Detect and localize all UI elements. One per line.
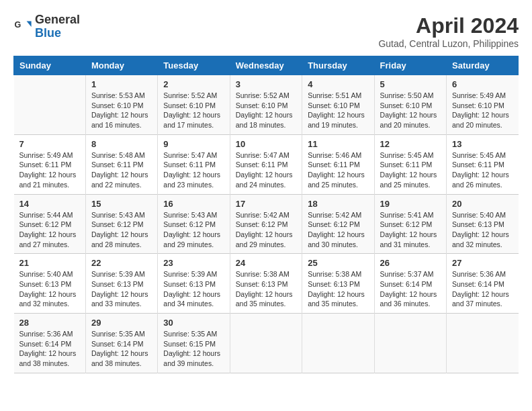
calendar-cell: 19Sunrise: 5:41 AM Sunset: 6:12 PM Dayli… [374,194,446,254]
day-info: Sunrise: 5:42 AM Sunset: 6:12 PM Dayligh… [308,210,368,250]
day-info: Sunrise: 5:47 AM Sunset: 6:11 PM Dayligh… [236,150,296,190]
calendar-cell: 20Sunrise: 5:40 AM Sunset: 6:13 PM Dayli… [447,194,519,254]
logo-text: General Blue [35,13,80,40]
calendar-cell: 25Sunrise: 5:38 AM Sunset: 6:13 PM Dayli… [302,254,374,314]
calendar-table: Sunday Monday Tuesday Wednesday Thursday… [13,56,519,373]
calendar-cell: 23Sunrise: 5:39 AM Sunset: 6:13 PM Dayli… [158,254,230,314]
day-number: 15 [91,199,152,209]
day-number: 5 [380,79,441,89]
day-number: 9 [163,139,224,149]
calendar-cell [14,75,86,135]
day-number: 30 [163,318,224,328]
day-number: 12 [380,139,441,149]
page-header: G General Blue April 2024 Gutad, Central… [13,13,519,49]
header-tuesday: Tuesday [158,56,230,75]
day-info: Sunrise: 5:53 AM Sunset: 6:10 PM Dayligh… [91,91,152,130]
day-info: Sunrise: 5:35 AM Sunset: 6:14 PM Dayligh… [91,329,152,369]
calendar-cell: 21Sunrise: 5:40 AM Sunset: 6:13 PM Dayli… [14,254,86,314]
day-number: 26 [380,258,441,268]
svg-marker-1 [27,21,32,26]
day-info: Sunrise: 5:52 AM Sunset: 6:10 PM Dayligh… [163,91,224,130]
day-number: 27 [452,258,513,268]
calendar-cell [302,314,374,373]
day-number: 18 [308,199,368,209]
day-info: Sunrise: 5:43 AM Sunset: 6:12 PM Dayligh… [91,210,152,250]
title-block: April 2024 Gutad, Central Luzon, Philipp… [378,13,519,49]
day-number: 21 [19,258,80,268]
calendar-cell: 28Sunrise: 5:36 AM Sunset: 6:14 PM Dayli… [14,314,86,373]
calendar-cell: 8Sunrise: 5:48 AM Sunset: 6:11 PM Daylig… [85,134,157,194]
day-info: Sunrise: 5:44 AM Sunset: 6:12 PM Dayligh… [19,210,80,250]
day-info: Sunrise: 5:35 AM Sunset: 6:15 PM Dayligh… [163,329,224,369]
calendar-cell: 7Sunrise: 5:49 AM Sunset: 6:11 PM Daylig… [14,134,86,194]
day-number: 11 [308,139,368,149]
day-info: Sunrise: 5:36 AM Sunset: 6:14 PM Dayligh… [19,329,80,369]
day-number: 8 [91,139,152,149]
header-thursday: Thursday [302,56,374,75]
calendar-location: Gutad, Central Luzon, Philippines [378,38,519,49]
day-number: 28 [19,318,80,328]
day-number: 3 [236,79,296,89]
day-info: Sunrise: 5:47 AM Sunset: 6:11 PM Dayligh… [163,150,224,190]
week-row-5: 28Sunrise: 5:36 AM Sunset: 6:14 PM Dayli… [14,314,519,373]
day-number: 4 [308,79,368,89]
calendar-cell: 12Sunrise: 5:45 AM Sunset: 6:11 PM Dayli… [374,134,446,194]
calendar-cell: 11Sunrise: 5:46 AM Sunset: 6:11 PM Dayli… [302,134,374,194]
calendar-cell: 15Sunrise: 5:43 AM Sunset: 6:12 PM Dayli… [85,194,157,254]
day-info: Sunrise: 5:45 AM Sunset: 6:11 PM Dayligh… [380,150,441,190]
calendar-cell: 22Sunrise: 5:39 AM Sunset: 6:13 PM Dayli… [85,254,157,314]
day-info: Sunrise: 5:48 AM Sunset: 6:11 PM Dayligh… [91,150,152,190]
week-row-1: 1Sunrise: 5:53 AM Sunset: 6:10 PM Daylig… [14,75,519,135]
day-info: Sunrise: 5:38 AM Sunset: 6:13 PM Dayligh… [308,269,368,309]
day-info: Sunrise: 5:49 AM Sunset: 6:11 PM Dayligh… [19,150,80,190]
calendar-cell: 17Sunrise: 5:42 AM Sunset: 6:12 PM Dayli… [230,194,302,254]
day-number: 17 [236,199,296,209]
calendar-cell: 13Sunrise: 5:45 AM Sunset: 6:11 PM Dayli… [447,134,519,194]
day-info: Sunrise: 5:52 AM Sunset: 6:10 PM Dayligh… [236,91,296,130]
header-saturday: Saturday [447,56,519,75]
day-number: 7 [19,139,80,149]
day-number: 14 [19,199,80,209]
calendar-cell: 2Sunrise: 5:52 AM Sunset: 6:10 PM Daylig… [158,75,230,135]
day-number: 22 [91,258,152,268]
calendar-cell: 6Sunrise: 5:49 AM Sunset: 6:10 PM Daylig… [447,75,519,135]
day-info: Sunrise: 5:50 AM Sunset: 6:10 PM Dayligh… [380,91,441,130]
day-number: 23 [163,258,224,268]
day-number: 25 [308,258,368,268]
calendar-cell: 1Sunrise: 5:53 AM Sunset: 6:10 PM Daylig… [85,75,157,135]
day-info: Sunrise: 5:39 AM Sunset: 6:13 PM Dayligh… [163,269,224,309]
calendar-cell [374,314,446,373]
day-number: 19 [380,199,441,209]
day-number: 16 [163,199,224,209]
week-row-2: 7Sunrise: 5:49 AM Sunset: 6:11 PM Daylig… [14,134,519,194]
day-info: Sunrise: 5:51 AM Sunset: 6:10 PM Dayligh… [308,91,368,130]
day-info: Sunrise: 5:39 AM Sunset: 6:13 PM Dayligh… [91,269,152,309]
day-info: Sunrise: 5:45 AM Sunset: 6:11 PM Dayligh… [452,150,513,190]
day-info: Sunrise: 5:38 AM Sunset: 6:13 PM Dayligh… [236,269,296,309]
week-row-4: 21Sunrise: 5:40 AM Sunset: 6:13 PM Dayli… [14,254,519,314]
day-info: Sunrise: 5:46 AM Sunset: 6:11 PM Dayligh… [308,150,368,190]
calendar-cell: 3Sunrise: 5:52 AM Sunset: 6:10 PM Daylig… [230,75,302,135]
day-number: 6 [452,79,513,89]
day-number: 1 [91,79,152,89]
calendar-cell: 4Sunrise: 5:51 AM Sunset: 6:10 PM Daylig… [302,75,374,135]
calendar-cell: 29Sunrise: 5:35 AM Sunset: 6:14 PM Dayli… [85,314,157,373]
header-monday: Monday [85,56,157,75]
day-number: 2 [163,79,224,89]
day-number: 24 [236,258,296,268]
calendar-cell [447,314,519,373]
calendar-cell: 24Sunrise: 5:38 AM Sunset: 6:13 PM Dayli… [230,254,302,314]
day-info: Sunrise: 5:43 AM Sunset: 6:12 PM Dayligh… [163,210,224,250]
calendar-cell: 27Sunrise: 5:36 AM Sunset: 6:14 PM Dayli… [447,254,519,314]
calendar-header-row: Sunday Monday Tuesday Wednesday Thursday… [14,56,519,75]
app-logo: G General Blue [13,13,80,40]
day-info: Sunrise: 5:40 AM Sunset: 6:13 PM Dayligh… [452,210,513,250]
day-number: 20 [452,199,513,209]
calendar-cell: 16Sunrise: 5:43 AM Sunset: 6:12 PM Dayli… [158,194,230,254]
day-info: Sunrise: 5:42 AM Sunset: 6:12 PM Dayligh… [236,210,296,250]
calendar-cell: 5Sunrise: 5:50 AM Sunset: 6:10 PM Daylig… [374,75,446,135]
calendar-cell: 30Sunrise: 5:35 AM Sunset: 6:15 PM Dayli… [158,314,230,373]
header-sunday: Sunday [14,56,86,75]
header-friday: Friday [374,56,446,75]
calendar-cell: 26Sunrise: 5:37 AM Sunset: 6:14 PM Dayli… [374,254,446,314]
